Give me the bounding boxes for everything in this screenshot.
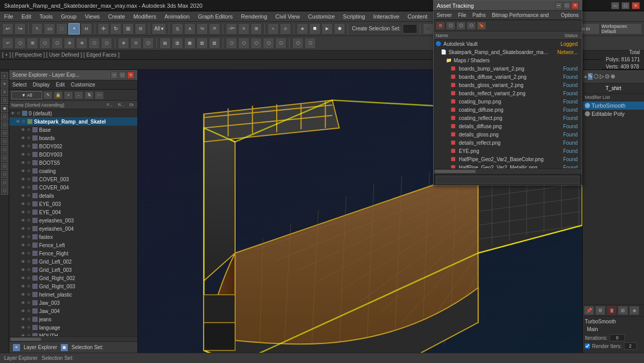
eye-icon[interactable]: 👁 — [21, 243, 26, 248]
tb2-btn10[interactable]: ⊕ — [118, 38, 129, 49]
rp-modify-tab[interactable]: ✎ — [588, 73, 593, 80]
eye-icon[interactable]: 👁 — [21, 308, 26, 314]
se-row-18[interactable]: 👁⊙Grid_Left_002 — [9, 257, 137, 266]
eye-icon[interactable]: 👁 — [21, 317, 26, 322]
view-dropdown[interactable]: All ▾ — [152, 23, 166, 34]
freeze-icon[interactable]: ⊙ — [26, 317, 31, 322]
freeze-icon[interactable]: ⊙ — [26, 292, 31, 297]
se-tb-expand[interactable]: + — [64, 91, 73, 99]
quickrender-btn[interactable]: ⬟ — [334, 23, 345, 34]
angle-snap-btn[interactable]: A — [184, 23, 195, 34]
tb2-btn2[interactable]: ⬡ — [14, 38, 26, 49]
tb2-btn11[interactable]: ⊙ — [130, 38, 141, 49]
se-row-14[interactable]: 👁⊙eyelashes_004 — [9, 224, 137, 233]
rp-modifier-turbosmoothmod[interactable]: TurboSmooth — [583, 101, 644, 110]
eye-icon[interactable]: 👁 — [21, 135, 26, 141]
freeze-icon[interactable]: ⊙ — [26, 152, 31, 157]
close-btn[interactable]: ✕ — [632, 2, 640, 9]
render-setup-btn[interactable]: 🔲 — [309, 23, 320, 34]
eye-icon[interactable]: 👁 — [21, 210, 26, 215]
eye-icon[interactable]: 👁 — [21, 152, 26, 157]
rp-display-tab[interactable]: ⊙ — [605, 73, 610, 80]
rp-make-unique-btn[interactable]: ◈ — [629, 306, 639, 315]
mirror-btn[interactable]: ⊣⊢ — [226, 23, 237, 34]
se-horizontal-scrollbar[interactable] — [9, 336, 137, 341]
at-restore-btn[interactable]: □ — [563, 2, 570, 9]
at-row-15[interactable]: HalfPipe_Geo2_Var2_Metallic.pngFound — [434, 163, 582, 168]
select-object-btn[interactable]: ✦ — [68, 23, 80, 34]
undo-btn[interactable]: ↩ — [2, 23, 13, 34]
select-name-btn[interactable]: H — [81, 23, 92, 34]
freeze-icon[interactable]: ⊙ — [26, 127, 31, 132]
tb2-btn3[interactable]: ⊞ — [27, 38, 38, 49]
tb2-btn17[interactable]: ▨ — [209, 38, 220, 49]
eye-icon[interactable]: 👁 — [15, 119, 21, 124]
tb2-btn14[interactable]: ▥ — [172, 38, 183, 49]
at-row-9[interactable]: coating_reflect.pngFound — [434, 114, 582, 122]
freeze-icon[interactable]: ⊙ — [16, 111, 21, 116]
se-row-4[interactable]: 👁⊙BODY002 — [9, 142, 137, 150]
rp-hierarchy-tab[interactable]: ⬡ — [594, 73, 599, 80]
material-editor-btn[interactable]: ◈ — [297, 23, 308, 34]
rp-renderiter-input[interactable] — [624, 342, 637, 350]
se-row-11[interactable]: 👁⊙EYE_003 — [9, 200, 137, 208]
left-icon-1[interactable]: + — [1, 72, 8, 79]
se-row-26[interactable]: 👁⊙language — [9, 323, 137, 332]
freeze-icon[interactable]: ⊙ — [26, 259, 31, 264]
at-tb-btn4[interactable]: ⬡ — [467, 22, 476, 30]
eye-icon[interactable]: 👁 — [21, 127, 26, 132]
se-restore-btn[interactable]: □ — [119, 72, 126, 79]
tb2-btn18[interactable]: ⬡ — [226, 38, 237, 49]
se-tb-collapse[interactable]: - — [74, 91, 83, 99]
se-row-9[interactable]: 👁⊙COVER_004 — [9, 183, 137, 192]
menu-item-civil-view[interactable]: Civil View — [271, 11, 303, 22]
se-row-6[interactable]: 👁⊙BOOTS5 — [9, 159, 137, 167]
schematic-btn[interactable]: ⊙ — [280, 23, 291, 34]
freeze-icon[interactable]: ⊙ — [26, 185, 31, 190]
rotate-btn[interactable]: ↻ — [110, 23, 121, 34]
menu-item-group[interactable]: Group — [57, 11, 81, 22]
freeze-icon[interactable]: ⊙ — [26, 168, 31, 174]
tb2-btn4[interactable]: ⬡ — [39, 38, 50, 49]
select-region-btn[interactable]: ▭ — [44, 23, 55, 34]
se-tb-lock[interactable]: 🔒 — [53, 91, 63, 99]
at-tb-btn5[interactable]: 🔖 — [477, 22, 486, 30]
rp-copy-btn[interactable]: ⊞ — [618, 306, 628, 315]
select-move-btn[interactable]: ✛ — [98, 23, 109, 34]
eye-icon[interactable]: 👁 — [21, 251, 26, 256]
tb2-btn15[interactable]: ▦ — [184, 38, 195, 49]
eye-icon[interactable]: 👁 — [21, 267, 26, 272]
left-icon-15[interactable]: ⬡ — [1, 187, 8, 195]
freeze-icon[interactable]: ⊙ — [26, 275, 31, 281]
rp-utilities-tab[interactable]: ⊕ — [611, 73, 615, 80]
curve-editor-btn[interactable]: ∿ — [267, 23, 279, 34]
se-row-2[interactable]: 👁⊙Base — [9, 126, 137, 134]
at-row-1[interactable]: 📄Skatepark_Ramp_and_Skateboarder_max_vra… — [434, 48, 582, 56]
eye-icon[interactable]: 👁 — [21, 275, 26, 281]
freeze-icon[interactable]: ⊙ — [26, 218, 31, 223]
at-row-6[interactable]: boards_reflect_variant_2.pngFound — [434, 89, 582, 97]
at-row-4[interactable]: boards_diffuse_variant_2.pngFound — [434, 73, 582, 81]
se-row-27[interactable]: 👁⊙MOUTH — [9, 332, 137, 336]
left-icon-9[interactable]: ⬡ — [1, 138, 8, 145]
left-icon-6[interactable]: ⬡ — [1, 113, 8, 120]
freeze-icon[interactable]: ⊙ — [26, 308, 31, 314]
se-tb-new[interactable]: ✎ — [43, 91, 52, 99]
workspace-btn[interactable]: Workspaces: Default — [601, 23, 642, 34]
se-row-8[interactable]: 👁⊙COVER_003 — [9, 175, 137, 183]
redo-btn[interactable]: ↪ — [14, 23, 26, 34]
freeze-icon[interactable]: ⊙ — [26, 267, 31, 272]
se-row-25[interactable]: 👁⊙jeans — [9, 315, 137, 323]
tb2-btn5[interactable]: ⬡ — [51, 38, 63, 49]
freeze-icon[interactable]: ⊙ — [26, 300, 31, 305]
se-tb-sort[interactable]: ⇅ — [84, 91, 94, 99]
window-crossing-btn[interactable]: ⬚ — [56, 23, 67, 34]
render-frame-btn[interactable]: ▶ — [321, 23, 333, 34]
freeze-icon[interactable]: ⊙ — [26, 193, 31, 198]
tb2-btn8[interactable]: ⬡ — [88, 38, 100, 49]
eye-icon[interactable]: 👁 — [21, 193, 26, 198]
menu-item-modifiers[interactable]: Modifiers — [129, 11, 160, 22]
rp-iterations-input[interactable] — [610, 334, 625, 341]
menu-item-file[interactable]: File — [0, 11, 17, 22]
left-icon-14[interactable]: ⬡ — [1, 179, 8, 186]
